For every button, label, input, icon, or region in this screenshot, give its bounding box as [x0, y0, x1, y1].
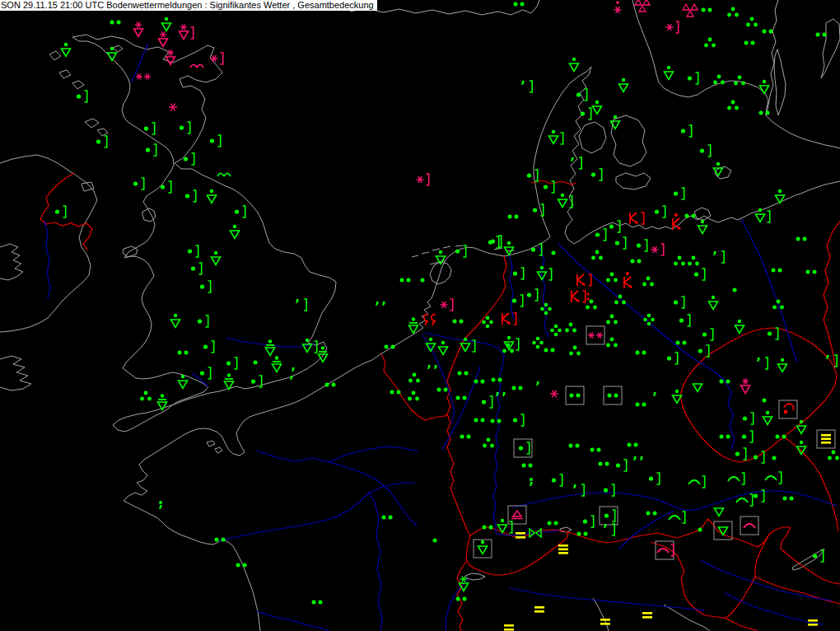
station-dots2	[569, 444, 580, 448]
station-shower	[162, 17, 171, 31]
coast-path	[59, 70, 71, 78]
station-dots2	[783, 497, 794, 501]
station-dots3	[688, 256, 699, 266]
station-dot-br	[742, 431, 753, 442]
station-comma-dot: ’	[158, 501, 163, 518]
station-dot-br	[514, 439, 532, 457]
station-snow-br	[651, 244, 664, 255]
station-dots2	[491, 419, 502, 423]
station-dots3	[727, 7, 739, 17]
station-dot-br	[674, 297, 684, 308]
station-fog2	[642, 612, 652, 619]
station-comma-br: ’	[520, 79, 532, 94]
station-thunder-br	[577, 274, 591, 286]
station-thunder-dot	[624, 272, 632, 288]
station-dot-br	[133, 178, 144, 189]
station-wave	[190, 65, 203, 68]
coast-path	[632, 0, 840, 148]
station-shower	[171, 314, 180, 328]
station-dot-br	[188, 245, 198, 257]
station-dot-br	[180, 122, 190, 133]
station-thunder-br-colon	[572, 291, 590, 302]
station-comma2: ’’	[495, 390, 506, 405]
coast-path	[123, 246, 138, 257]
station-dots2	[604, 386, 622, 404]
station-shower	[570, 58, 579, 72]
station-dots3	[828, 451, 839, 460]
station-dot-br	[146, 144, 156, 156]
station-dot-br	[679, 315, 690, 326]
station-dot-br	[591, 169, 602, 180]
coast-path	[821, 19, 840, 78]
station-comma-br: ’	[712, 250, 724, 264]
station-dot-br	[702, 329, 713, 340]
svg-text:’: ’	[520, 79, 525, 94]
border-path	[784, 437, 838, 531]
station-dot-br	[185, 190, 196, 202]
station-comma2: ’’	[427, 363, 438, 378]
station-dots2	[816, 33, 827, 37]
station-comma2: ’’	[375, 300, 386, 315]
station-dot-br	[200, 281, 211, 292]
svg-text:’: ’	[756, 356, 761, 371]
station-shower	[760, 80, 769, 94]
station-dot1	[698, 528, 702, 532]
station-dots3	[642, 277, 654, 287]
station-dots2	[474, 418, 485, 423]
station-dot-br	[77, 91, 87, 102]
border-path	[781, 527, 840, 584]
station-dot-br	[616, 460, 627, 471]
river-path	[700, 560, 832, 601]
station-thunder-br	[630, 213, 644, 224]
station-dots3	[483, 438, 494, 448]
station-shower	[62, 43, 71, 57]
station-arc-br	[688, 476, 705, 488]
station-curl2	[424, 315, 436, 325]
station-dots2	[110, 21, 121, 25]
station-wave	[217, 174, 231, 177]
title-text: SON 29.11.15 21:00 UTC Bodenwettermeldun…	[1, 0, 374, 10]
station-dot-br	[191, 263, 202, 274]
coast-path	[124, 360, 372, 631]
station-dots3	[140, 391, 152, 401]
station-dot-br	[235, 206, 245, 217]
border-path	[824, 221, 840, 366]
coast-path	[215, 447, 222, 453]
station-dot-br	[576, 89, 587, 100]
station-dot1	[254, 361, 258, 365]
station-dot1	[763, 399, 767, 403]
station-shower	[179, 375, 188, 389]
river-path	[446, 579, 468, 631]
station-comma-br: ’	[572, 483, 584, 498]
station-dot-br	[581, 108, 591, 119]
station-arc	[740, 516, 758, 535]
svg-text:’: ’	[495, 390, 500, 405]
weather-map-screen: ’’’’’’’’’’’’’’’’’’’’’’’ SON 29.11.15 21:…	[0, 0, 840, 631]
title-bar: SON 29.11.15 21:00 UTC Bodenwettermeldun…	[0, 0, 377, 11]
station-dot-br	[615, 237, 626, 249]
station-shower-bar	[273, 356, 282, 372]
river-path	[512, 491, 837, 511]
station-dot-br	[144, 123, 155, 134]
station-dot-br	[681, 125, 692, 137]
station-dot1	[733, 288, 737, 292]
station-dots2	[400, 278, 411, 283]
station-shower-br	[538, 266, 552, 280]
station-dot-br	[667, 353, 678, 364]
station-shower	[698, 220, 707, 234]
coast-path	[207, 441, 215, 446]
border-path	[681, 328, 837, 462]
station-dots2	[458, 372, 469, 376]
weather-map: ’’’’’’’’’’’’’’’’’’’’’’’	[0, 0, 840, 631]
station-dots3	[606, 338, 618, 348]
station-dots2	[676, 341, 687, 345]
station-dots2	[763, 30, 773, 34]
station-dot-br	[595, 229, 606, 241]
river-path	[509, 255, 514, 320]
station-dots2	[325, 383, 336, 387]
station-dot-br	[637, 240, 647, 251]
station-dot-br	[527, 170, 538, 181]
station-dot-br	[604, 484, 614, 496]
station-dots3	[606, 273, 618, 283]
station-dots3	[674, 256, 685, 266]
